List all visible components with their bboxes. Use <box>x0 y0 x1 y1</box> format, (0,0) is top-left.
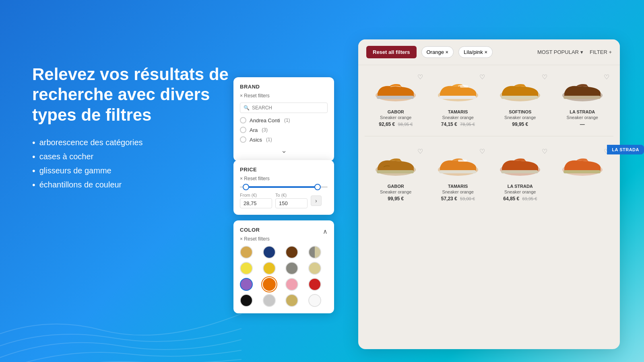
brand-option-1: Andrea Conti (1) <box>240 117 328 123</box>
product-name-3: Sneaker orange <box>492 115 548 120</box>
from-group: From (€) <box>240 193 272 208</box>
product-image-8 <box>558 148 607 181</box>
slider-thumb-right[interactable] <box>314 184 321 190</box>
chevron-down-icon: ▾ <box>580 49 583 55</box>
color-swatch-7[interactable] <box>308 262 321 275</box>
color-reset-link[interactable]: × Reset filters <box>240 236 328 242</box>
product-card-2: ♡ TAMARIS Sneaker orange 74,15 € 78,95 € <box>427 69 489 132</box>
slider-track <box>240 186 328 188</box>
color-swatch-3[interactable] <box>308 246 321 259</box>
product-brand-5: GABOR <box>368 184 424 189</box>
to-input[interactable] <box>275 198 308 208</box>
to-group: To (€) <box>275 193 308 208</box>
svg-rect-3 <box>439 96 476 99</box>
wishlist-icon-1[interactable]: ♡ <box>417 73 423 81</box>
color-swatch-2[interactable] <box>285 246 298 259</box>
wishlist-icon-6[interactable]: ♡ <box>479 148 485 155</box>
product-name-4: Sneaker orange <box>555 115 611 120</box>
product-price-2: 74,15 € 78,95 € <box>430 121 486 127</box>
main-heading: Relevez vos résultats de recherche avec … <box>32 64 233 125</box>
wishlist-icon-7[interactable]: ♡ <box>542 148 547 155</box>
product-name-1: Sneaker orange <box>368 115 424 120</box>
product-image-7 <box>496 148 544 181</box>
filter-button[interactable]: FILTER + <box>590 49 612 55</box>
product-price-7: 64,85 € 69,95 € <box>492 196 548 202</box>
price-filter-title: PRICE <box>240 167 328 173</box>
color-swatch-13[interactable] <box>263 294 276 307</box>
brand-count-1: (1) <box>284 117 290 123</box>
product-price-5: 99,95 € <box>368 196 424 202</box>
product-brand-6: TAMARIS <box>430 184 486 189</box>
shoe-svg-3 <box>498 77 542 103</box>
shoe-svg-2 <box>436 77 480 103</box>
lila-filter-tag[interactable]: Lila/pink × <box>458 46 493 58</box>
svg-rect-12 <box>439 170 476 173</box>
color-swatch-8[interactable] <box>240 278 253 291</box>
brand-search-input[interactable] <box>252 105 324 111</box>
collapse-icon[interactable]: ∧ <box>323 228 328 235</box>
product-card-6: ♡ TAMARIS Sneaker orange 57,23 € 59,00 € <box>427 144 489 206</box>
slider-fill <box>244 186 319 188</box>
wishlist-icon-4[interactable]: ♡ <box>604 73 609 81</box>
color-grid <box>240 246 328 307</box>
color-filter-panel: COLOR ∧ × Reset filters <box>233 220 334 313</box>
product-name-2: Sneaker orange <box>430 115 486 120</box>
color-swatch-12[interactable] <box>240 294 253 307</box>
brand-count-2: (3) <box>262 127 268 133</box>
color-swatch-4[interactable] <box>240 262 253 275</box>
brand-radio-3[interactable] <box>240 136 246 143</box>
product-image-5 <box>372 148 420 181</box>
svg-rect-4 <box>460 85 468 88</box>
svg-rect-1 <box>377 96 414 99</box>
product-brand-3: SOFTINOS <box>492 109 548 114</box>
price-inputs: From (€) To (€) › <box>240 193 328 208</box>
sort-button[interactable]: MOST POPULAR ▾ <box>537 49 583 55</box>
product-card-5: ♡ GABOR Sneaker orange 99,95 € <box>365 144 427 206</box>
color-swatch-15[interactable] <box>308 294 321 307</box>
price-reset-link[interactable]: × Reset filters <box>240 176 328 181</box>
brand-filter-panel: BRAND × Reset filters 🔍 Andrea Conti (1)… <box>233 77 334 161</box>
brand-reset-link[interactable]: × Reset filters <box>240 93 328 99</box>
brand-option-3: Asics (1) <box>240 136 328 143</box>
reset-all-button[interactable]: Reset all filters <box>366 46 417 58</box>
color-swatch-14[interactable] <box>285 294 298 307</box>
slider-thumb-left[interactable] <box>243 184 249 190</box>
svg-rect-10 <box>377 170 414 173</box>
from-input[interactable] <box>240 198 272 208</box>
shoe-svg-5 <box>374 152 418 178</box>
wishlist-icon-3[interactable]: ♡ <box>542 73 547 81</box>
product-image-4 <box>558 74 607 106</box>
color-swatch-11[interactable] <box>308 278 321 291</box>
product-name-5: Sneaker orange <box>368 189 424 194</box>
feature-item-3: glisseurs de gamme <box>32 166 233 175</box>
to-label: To (€) <box>275 193 308 197</box>
color-swatch-0[interactable] <box>240 246 253 259</box>
product-brand-7: LA STRADA <box>492 184 548 189</box>
wishlist-icon-2[interactable]: ♡ <box>479 73 485 81</box>
shoe-svg-8 <box>560 152 605 178</box>
brand-label-3: Asics <box>250 137 262 143</box>
product-image-3 <box>496 74 544 106</box>
color-swatch-1[interactable] <box>263 246 276 259</box>
orange-filter-tag[interactable]: Orange × <box>421 46 454 58</box>
color-swatch-5[interactable] <box>263 262 276 275</box>
show-more-chevron[interactable]: ⌄ <box>240 146 328 155</box>
brand-radio-2[interactable] <box>240 127 246 133</box>
la-strada-badge: LA STRADA <box>607 145 644 154</box>
feature-item-2: cases à cocher <box>32 152 233 161</box>
color-swatch-6[interactable] <box>285 262 298 275</box>
color-swatch-10[interactable] <box>285 278 298 291</box>
product-image-2 <box>434 74 482 106</box>
sort-section: MOST POPULAR ▾ FILTER + <box>537 49 612 55</box>
feature-list: arborescence des catégories cases à coch… <box>32 138 233 189</box>
price-go-button[interactable]: › <box>311 195 322 206</box>
svg-rect-17 <box>564 170 601 173</box>
color-swatch-9[interactable] <box>263 278 276 291</box>
brand-radio-1[interactable] <box>240 117 246 123</box>
wishlist-icon-5[interactable]: ♡ <box>417 148 423 155</box>
svg-rect-8 <box>564 96 601 99</box>
product-image-1 <box>372 74 420 106</box>
shoe-svg-6 <box>436 152 480 178</box>
product-price-3: 99,95 € <box>492 121 548 127</box>
shoe-svg-4 <box>560 77 605 103</box>
